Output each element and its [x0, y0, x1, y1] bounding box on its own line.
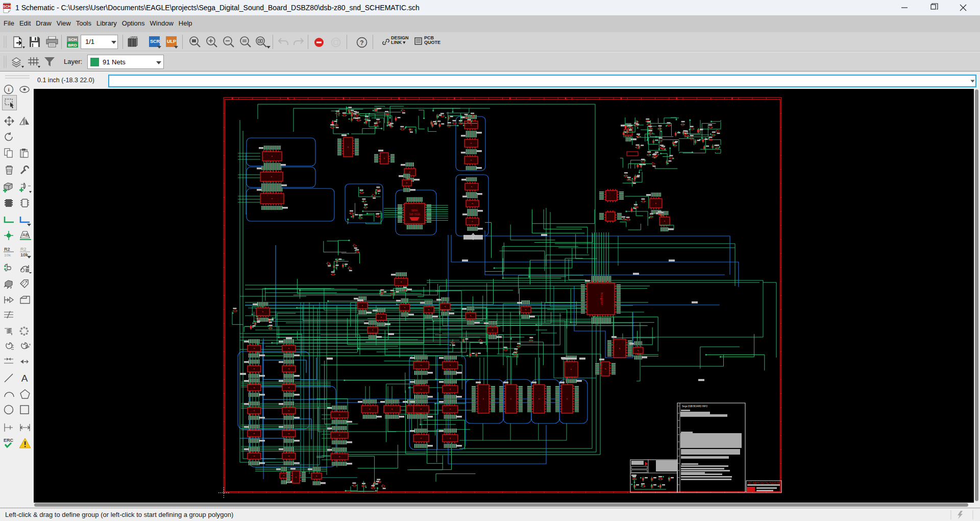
svg-text:A: A: [21, 373, 28, 384]
svg-text:MC68B09EP: MC68B09EP: [600, 293, 603, 305]
svg-text:JST-4154H DIGITAL AUDIO BD: JST-4154H DIGITAL AUDIO BD: [748, 482, 780, 484]
svg-text:SCH: SCH: [3, 5, 11, 8]
svg-text:ERC: ERC: [4, 438, 14, 443]
svg-text:R2: R2: [20, 247, 27, 252]
svg-text:Sega DSB BOARD INFO: Sega DSB BOARD INFO: [682, 405, 708, 408]
svg-text:SCH: SCH: [68, 37, 77, 42]
svg-text:R2: R2: [4, 247, 10, 252]
svg-text:SEGA: SEGA: [411, 209, 418, 212]
svg-text:315-5218: 315-5218: [409, 213, 420, 216]
svg-text:?: ?: [360, 39, 363, 46]
svg-text:i: i: [8, 86, 9, 92]
svg-text:BRD: BRD: [68, 43, 77, 48]
svg-text:10k: 10k: [4, 253, 11, 257]
svg-text:AB: AB: [22, 232, 29, 238]
